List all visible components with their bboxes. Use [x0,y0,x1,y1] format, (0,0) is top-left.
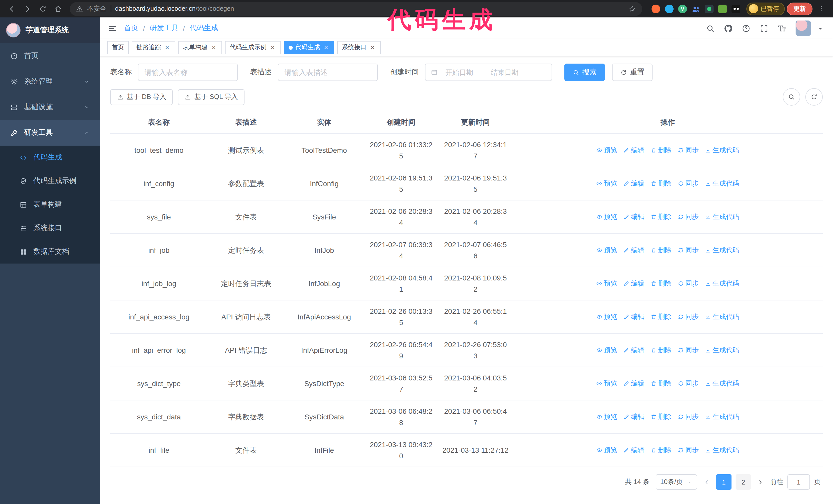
search-button[interactable]: 搜索 [564,64,605,81]
prev-page-button[interactable] [703,479,710,485]
action-sync-link[interactable]: 同步 [678,278,699,289]
search-icon[interactable] [706,24,715,32]
sidebar-subitem-db-doc[interactable]: 数据库文档 [0,240,100,264]
address-bar[interactable]: 不安全 dashboard.yudao.iocoder.cn/tool/code… [70,2,642,16]
action-preview-link[interactable]: 预览 [596,278,617,289]
action-preview-link[interactable]: 预览 [596,311,617,322]
action-delete-link[interactable]: 删除 [650,444,671,456]
sidebar-item-system[interactable]: 系统管理 [0,69,100,94]
toggle-search-button[interactable] [783,88,800,105]
sidebar-subitem-codegen-demo[interactable]: 代码生成示例 [0,169,100,193]
tab-tracer[interactable]: 链路追踪× [132,41,175,54]
browser-forward-icon[interactable] [21,2,34,16]
action-generate-link[interactable]: 生成代码 [705,211,739,222]
action-delete-link[interactable]: 删除 [650,144,671,155]
action-sync-link[interactable]: 同步 [678,178,699,189]
import-db-button[interactable]: 基于 DB 导入 [110,89,173,105]
fullscreen-icon[interactable] [760,24,768,32]
action-generate-link[interactable]: 生成代码 [705,178,739,189]
action-preview-link[interactable]: 预览 [596,344,617,356]
action-edit-link[interactable]: 编辑 [623,178,644,189]
extension-icon-green[interactable] [718,4,727,13]
date-range-picker[interactable]: - [425,64,552,81]
action-delete-link[interactable]: 删除 [650,211,671,222]
breadcrumb-item[interactable]: 首页 [124,24,138,33]
tab-codegen-demo[interactable]: 代码生成示例× [225,41,281,54]
action-sync-link[interactable]: 同步 [678,378,699,389]
profile-paused-badge[interactable]: 已暂停 [746,2,785,15]
close-icon[interactable]: × [164,44,171,51]
action-preview-link[interactable]: 预览 [596,144,617,155]
sidebar-subitem-form-builder[interactable]: 表单构建 [0,193,100,216]
action-delete-link[interactable]: 删除 [650,244,671,256]
sidebar-item-infra[interactable]: 基础设施 [0,94,100,120]
end-date-input[interactable] [486,68,523,76]
action-generate-link[interactable]: 生成代码 [705,344,739,356]
import-sql-button[interactable]: 基于 SQL 导入 [178,89,245,105]
action-sync-link[interactable]: 同步 [678,144,699,155]
tab-home[interactable]: 首页 [107,41,129,54]
close-icon[interactable]: × [269,44,276,51]
action-delete-link[interactable]: 删除 [650,378,671,389]
breadcrumb-item[interactable]: 代码生成 [190,24,218,33]
action-delete-link[interactable]: 删除 [650,311,671,322]
reset-button[interactable]: 重置 [612,64,652,81]
action-delete-link[interactable]: 删除 [650,411,671,422]
extension-icon-orange[interactable] [651,4,660,13]
page-button-2[interactable]: 2 [736,474,751,490]
chrome-menu-icon[interactable] [814,2,828,16]
action-edit-link[interactable]: 编辑 [623,311,644,322]
action-edit-link[interactable]: 编辑 [623,211,644,222]
sidebar-item-home[interactable]: 首页 [0,43,100,69]
action-delete-link[interactable]: 删除 [650,278,671,289]
action-delete-link[interactable]: 删除 [650,344,671,356]
sidebar-subitem-system-api[interactable]: 系统接口 [0,216,100,240]
font-size-icon[interactable] [778,24,786,32]
browser-home-icon[interactable] [51,2,65,16]
action-delete-link[interactable]: 删除 [650,178,671,189]
github-icon[interactable] [724,24,733,32]
close-icon[interactable]: × [369,44,376,51]
action-edit-link[interactable]: 编辑 [623,278,644,289]
next-page-button[interactable] [757,479,764,485]
tab-codegen[interactable]: 代码生成× [284,41,334,54]
action-sync-link[interactable]: 同步 [678,344,699,356]
action-preview-link[interactable]: 预览 [596,211,617,222]
goto-page-input[interactable] [787,474,810,490]
extension-icon-dark[interactable] [705,4,714,13]
tab-form-builder[interactable]: 表单构建× [178,41,222,54]
action-edit-link[interactable]: 编辑 [623,344,644,356]
browser-back-icon[interactable] [5,2,19,16]
collapse-sidebar-icon[interactable] [108,24,117,32]
breadcrumb-item[interactable]: 研发工具 [150,24,178,33]
extension-icon-blue[interactable] [665,4,673,13]
refresh-table-button[interactable] [805,88,823,105]
action-generate-link[interactable]: 生成代码 [705,378,739,389]
action-sync-link[interactable]: 同步 [678,311,699,322]
action-sync-link[interactable]: 同步 [678,411,699,422]
table-desc-input[interactable] [278,64,378,81]
action-generate-link[interactable]: 生成代码 [705,311,739,322]
table-name-input[interactable] [138,64,238,81]
help-icon[interactable] [742,24,751,32]
action-generate-link[interactable]: 生成代码 [705,144,739,155]
page-size-select[interactable]: 10条/页 [656,474,697,490]
action-generate-link[interactable]: 生成代码 [705,244,739,256]
action-sync-link[interactable]: 同步 [678,444,699,456]
action-preview-link[interactable]: 预览 [596,411,617,422]
action-sync-link[interactable]: 同步 [678,211,699,222]
action-generate-link[interactable]: 生成代码 [705,278,739,289]
user-avatar[interactable] [795,21,811,36]
action-edit-link[interactable]: 编辑 [623,378,644,389]
chrome-update-button[interactable]: 更新 [787,2,812,15]
action-edit-link[interactable]: 编辑 [623,411,644,422]
action-preview-link[interactable]: 预览 [596,444,617,456]
bookmark-star-icon[interactable] [628,5,636,13]
sidebar-item-devtools[interactable]: 研发工具 [0,120,100,146]
tab-system-api[interactable]: 系统接口× [337,41,381,54]
close-icon[interactable]: × [323,44,330,51]
extension-icon-users[interactable] [691,4,700,13]
close-icon[interactable]: × [210,44,217,51]
action-sync-link[interactable]: 同步 [678,244,699,256]
action-edit-link[interactable]: 编辑 [623,444,644,456]
